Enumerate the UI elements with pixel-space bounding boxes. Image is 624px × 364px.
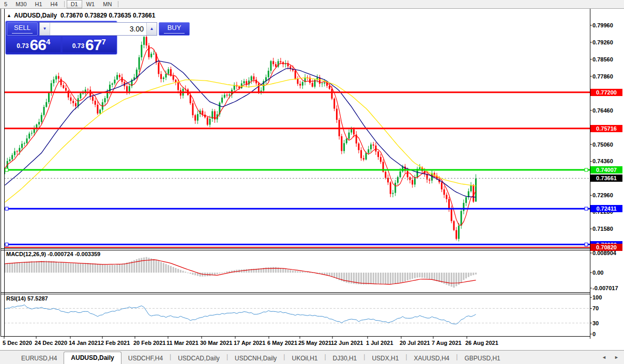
- chart-symbol-label: AUDUSD,Daily: [14, 12, 57, 19]
- axis-label: 0.75716: [590, 125, 622, 132]
- axis-label: 30: [592, 320, 599, 326]
- one-click-trade-panel: SELL ▼ ▲ BUY 0.73 66 4 0.73 67 7: [5, 21, 117, 55]
- axis-label: 0.72411: [590, 205, 622, 212]
- volume-input[interactable]: [50, 23, 146, 35]
- axis-label: 0.77200: [590, 89, 622, 96]
- axis-label: 0.79260: [592, 39, 613, 45]
- date-label: 1 Jul 2021: [366, 340, 393, 346]
- buy-price-pip: 7: [101, 37, 105, 46]
- date-label: 17 Apr 2021: [234, 340, 265, 346]
- volume-increase-icon[interactable]: ▲: [146, 23, 157, 35]
- price-axis-line: [590, 9, 590, 339]
- axis-label: 0.77860: [592, 73, 613, 80]
- buy-button-label: BUY: [168, 24, 181, 31]
- axis-label: 0.74360: [592, 158, 613, 164]
- buy-price-display[interactable]: 0.73 67 7: [63, 37, 116, 52]
- tab-scroll-left-icon[interactable]: ◄: [602, 355, 606, 360]
- axis-label: 0.74007: [590, 166, 622, 173]
- symbol-tab-gbpusd[interactable]: GBPUSD,H1: [458, 353, 507, 364]
- chart-ohlc-values: 0.73670 0.73829 0.73635 0.73661: [60, 12, 156, 19]
- pane-separator[interactable]: [1, 294, 590, 294]
- rsi-name: RSI(14): [6, 295, 26, 302]
- pane-separator[interactable]: [1, 292, 590, 293]
- symbol-tab-audusd[interactable]: AUDUSD,Daily: [64, 352, 121, 364]
- date-label: 12 Jun 2021: [331, 340, 363, 346]
- window-left-border: [1, 9, 1, 337]
- sell-price-prefix: 0.73: [17, 42, 28, 50]
- symbol-tab-bar: EURUSD,H4AUDUSD,DailyUSDCHF,H4|USDCAD,Da…: [0, 350, 624, 364]
- symbol-tab-usdcad[interactable]: USDCAD,Daily: [171, 353, 226, 364]
- axis-label: 0.79960: [592, 22, 613, 28]
- date-label: 30 Mar 2021: [200, 340, 232, 346]
- sell-price-display[interactable]: 0.73 66 4: [7, 37, 60, 52]
- trading-app-window: { "toolbar": { "timeframes": ["5", "M30"…: [0, 0, 624, 364]
- date-label: 25 May 2021: [298, 340, 331, 346]
- axis-label: 70: [592, 305, 599, 311]
- date-label: 14 Jan 2021: [69, 340, 101, 346]
- macd-pane-label: MACD(12,26,9) -0.000724 -0.003359: [6, 251, 100, 257]
- pane-separator[interactable]: [1, 250, 590, 250]
- buy-price-prefix: 0.73: [72, 42, 84, 50]
- axis-label: -0.007017: [592, 285, 618, 291]
- current-price-tag: 0.73661: [590, 175, 622, 182]
- date-label: 26 Aug 2021: [465, 340, 498, 346]
- volume-group: ▼ ▲: [39, 22, 157, 36]
- axis-label: 0.71580: [592, 226, 613, 232]
- buy-price-main: 67: [85, 38, 101, 52]
- sell-button-label: SELL: [14, 24, 31, 31]
- date-label: 20 Feb 2021: [133, 340, 165, 346]
- axis-label: 0.75060: [592, 141, 613, 148]
- symbol-tab-usdcnh[interactable]: USDCNH,Daily: [228, 353, 283, 364]
- axis-label: 0.70820: [590, 244, 622, 251]
- axis-label: 100: [592, 294, 602, 300]
- symbol-tab-eurusd[interactable]: EURUSD,H4: [14, 353, 64, 364]
- symbol-tab-ukoil[interactable]: UKOil,H1: [285, 353, 324, 364]
- sell-price-pip: 4: [46, 37, 50, 46]
- date-label: 2 Feb 2021: [101, 340, 130, 346]
- sell-price-main: 66: [30, 38, 46, 52]
- symbol-tab-dj30[interactable]: DJ30,H1: [326, 353, 364, 364]
- axis-label: 0.76460: [592, 107, 613, 114]
- axis-label: 0: [592, 331, 596, 337]
- rsi-pane-label: RSI(14) 57.5287: [6, 295, 48, 302]
- buy-button[interactable]: BUY: [159, 22, 190, 36]
- axis-label: 0.00: [592, 270, 603, 276]
- volume-decrease-icon[interactable]: ▼: [40, 23, 50, 35]
- rsi-current-value: 57.5287: [27, 295, 48, 302]
- tab-scroll-right-icon[interactable]: ►: [614, 355, 619, 360]
- date-label: 11 Mar 2021: [166, 340, 199, 346]
- collapse-trade-panel-icon[interactable]: ▲: [7, 13, 11, 18]
- chart-left-border: [4, 9, 5, 337]
- macd-name: MACD(12,26,9): [6, 251, 46, 257]
- axis-label: 0.78560: [592, 56, 613, 62]
- buy-underline: [164, 33, 185, 34]
- symbol-tab-usdchf[interactable]: USDCHF,H4: [121, 353, 170, 364]
- symbol-tab-xauusd[interactable]: XAUUSD,H4: [407, 353, 456, 364]
- date-label: 7 Aug 2021: [432, 340, 462, 346]
- sell-underline: [12, 33, 33, 34]
- date-label: 5 Dec 2020: [3, 340, 32, 346]
- axis-separator: [1, 336, 590, 337]
- pane-separator[interactable]: [1, 248, 590, 249]
- date-label: 6 May 2021: [267, 340, 297, 346]
- date-label: 24 Dec 2020: [35, 340, 67, 346]
- axis-label: 0.72960: [592, 192, 613, 198]
- date-label: 20 Jul 2021: [400, 340, 430, 346]
- chart-title: ▲AUDUSD,Daily 0.73670 0.73829 0.73635 0.…: [7, 12, 155, 19]
- symbol-tab-usdx[interactable]: USDX,H1: [365, 353, 405, 364]
- macd-current-values: -0.000724 -0.003359: [48, 251, 100, 257]
- sell-button[interactable]: SELL: [7, 22, 38, 36]
